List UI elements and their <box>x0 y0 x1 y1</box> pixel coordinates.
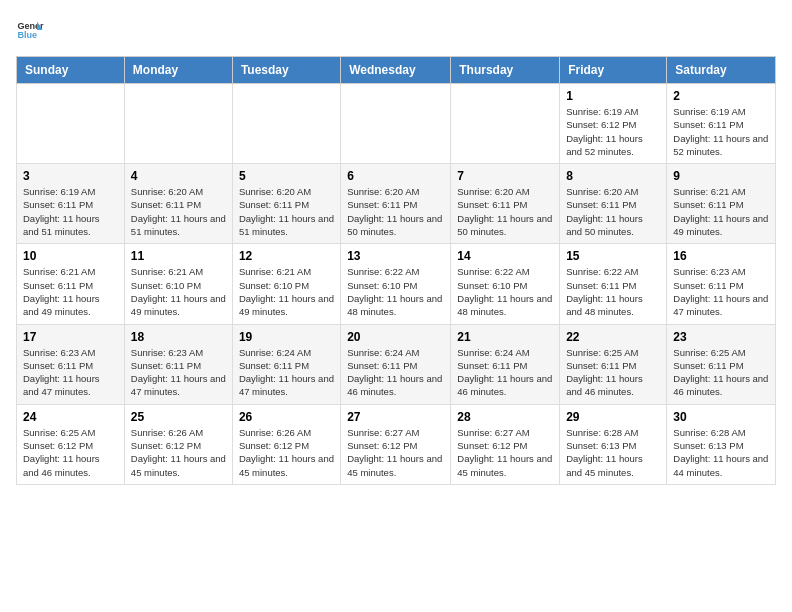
day-number: 10 <box>23 249 118 263</box>
day-cell: 29Sunrise: 6:28 AMSunset: 6:13 PMDayligh… <box>560 404 667 484</box>
week-row-1: 1Sunrise: 6:19 AMSunset: 6:12 PMDaylight… <box>17 84 776 164</box>
day-number: 27 <box>347 410 444 424</box>
day-info: Sunrise: 6:25 AMSunset: 6:11 PMDaylight:… <box>566 346 660 399</box>
day-cell: 24Sunrise: 6:25 AMSunset: 6:12 PMDayligh… <box>17 404 125 484</box>
day-info: Sunrise: 6:24 AMSunset: 6:11 PMDaylight:… <box>347 346 444 399</box>
header-monday: Monday <box>124 57 232 84</box>
day-number: 3 <box>23 169 118 183</box>
day-number: 28 <box>457 410 553 424</box>
day-info: Sunrise: 6:20 AMSunset: 6:11 PMDaylight:… <box>566 185 660 238</box>
header-thursday: Thursday <box>451 57 560 84</box>
day-info: Sunrise: 6:20 AMSunset: 6:11 PMDaylight:… <box>347 185 444 238</box>
day-cell: 11Sunrise: 6:21 AMSunset: 6:10 PMDayligh… <box>124 244 232 324</box>
day-info: Sunrise: 6:20 AMSunset: 6:11 PMDaylight:… <box>131 185 226 238</box>
day-cell: 18Sunrise: 6:23 AMSunset: 6:11 PMDayligh… <box>124 324 232 404</box>
header-friday: Friday <box>560 57 667 84</box>
day-number: 1 <box>566 89 660 103</box>
day-cell: 14Sunrise: 6:22 AMSunset: 6:10 PMDayligh… <box>451 244 560 324</box>
day-info: Sunrise: 6:22 AMSunset: 6:10 PMDaylight:… <box>347 265 444 318</box>
day-cell: 5Sunrise: 6:20 AMSunset: 6:11 PMDaylight… <box>232 164 340 244</box>
day-number: 23 <box>673 330 769 344</box>
day-number: 7 <box>457 169 553 183</box>
day-cell: 7Sunrise: 6:20 AMSunset: 6:11 PMDaylight… <box>451 164 560 244</box>
week-row-4: 17Sunrise: 6:23 AMSunset: 6:11 PMDayligh… <box>17 324 776 404</box>
week-row-3: 10Sunrise: 6:21 AMSunset: 6:11 PMDayligh… <box>17 244 776 324</box>
day-number: 21 <box>457 330 553 344</box>
day-cell <box>124 84 232 164</box>
day-cell: 4Sunrise: 6:20 AMSunset: 6:11 PMDaylight… <box>124 164 232 244</box>
day-number: 26 <box>239 410 334 424</box>
day-info: Sunrise: 6:28 AMSunset: 6:13 PMDaylight:… <box>566 426 660 479</box>
day-cell: 9Sunrise: 6:21 AMSunset: 6:11 PMDaylight… <box>667 164 776 244</box>
day-info: Sunrise: 6:24 AMSunset: 6:11 PMDaylight:… <box>457 346 553 399</box>
day-cell: 17Sunrise: 6:23 AMSunset: 6:11 PMDayligh… <box>17 324 125 404</box>
day-cell: 30Sunrise: 6:28 AMSunset: 6:13 PMDayligh… <box>667 404 776 484</box>
day-info: Sunrise: 6:24 AMSunset: 6:11 PMDaylight:… <box>239 346 334 399</box>
week-row-2: 3Sunrise: 6:19 AMSunset: 6:11 PMDaylight… <box>17 164 776 244</box>
day-number: 8 <box>566 169 660 183</box>
day-info: Sunrise: 6:28 AMSunset: 6:13 PMDaylight:… <box>673 426 769 479</box>
day-number: 22 <box>566 330 660 344</box>
day-cell: 20Sunrise: 6:24 AMSunset: 6:11 PMDayligh… <box>341 324 451 404</box>
day-info: Sunrise: 6:23 AMSunset: 6:11 PMDaylight:… <box>673 265 769 318</box>
day-number: 29 <box>566 410 660 424</box>
day-info: Sunrise: 6:22 AMSunset: 6:11 PMDaylight:… <box>566 265 660 318</box>
day-cell <box>451 84 560 164</box>
header-sunday: Sunday <box>17 57 125 84</box>
day-number: 18 <box>131 330 226 344</box>
day-cell: 26Sunrise: 6:26 AMSunset: 6:12 PMDayligh… <box>232 404 340 484</box>
day-number: 17 <box>23 330 118 344</box>
day-cell: 1Sunrise: 6:19 AMSunset: 6:12 PMDaylight… <box>560 84 667 164</box>
day-cell: 21Sunrise: 6:24 AMSunset: 6:11 PMDayligh… <box>451 324 560 404</box>
day-cell: 15Sunrise: 6:22 AMSunset: 6:11 PMDayligh… <box>560 244 667 324</box>
day-cell: 12Sunrise: 6:21 AMSunset: 6:10 PMDayligh… <box>232 244 340 324</box>
day-cell: 25Sunrise: 6:26 AMSunset: 6:12 PMDayligh… <box>124 404 232 484</box>
day-info: Sunrise: 6:21 AMSunset: 6:10 PMDaylight:… <box>131 265 226 318</box>
day-number: 6 <box>347 169 444 183</box>
day-info: Sunrise: 6:27 AMSunset: 6:12 PMDaylight:… <box>457 426 553 479</box>
svg-text:Blue: Blue <box>17 30 37 40</box>
day-info: Sunrise: 6:25 AMSunset: 6:11 PMDaylight:… <box>673 346 769 399</box>
day-info: Sunrise: 6:23 AMSunset: 6:11 PMDaylight:… <box>23 346 118 399</box>
day-cell: 16Sunrise: 6:23 AMSunset: 6:11 PMDayligh… <box>667 244 776 324</box>
day-number: 24 <box>23 410 118 424</box>
day-cell: 8Sunrise: 6:20 AMSunset: 6:11 PMDaylight… <box>560 164 667 244</box>
day-info: Sunrise: 6:19 AMSunset: 6:11 PMDaylight:… <box>673 105 769 158</box>
day-cell: 13Sunrise: 6:22 AMSunset: 6:10 PMDayligh… <box>341 244 451 324</box>
day-number: 15 <box>566 249 660 263</box>
day-cell: 19Sunrise: 6:24 AMSunset: 6:11 PMDayligh… <box>232 324 340 404</box>
calendar-table: SundayMondayTuesdayWednesdayThursdayFrid… <box>16 56 776 485</box>
header-tuesday: Tuesday <box>232 57 340 84</box>
day-cell: 2Sunrise: 6:19 AMSunset: 6:11 PMDaylight… <box>667 84 776 164</box>
day-cell: 6Sunrise: 6:20 AMSunset: 6:11 PMDaylight… <box>341 164 451 244</box>
day-cell <box>232 84 340 164</box>
day-number: 11 <box>131 249 226 263</box>
header-saturday: Saturday <box>667 57 776 84</box>
day-info: Sunrise: 6:22 AMSunset: 6:10 PMDaylight:… <box>457 265 553 318</box>
day-info: Sunrise: 6:26 AMSunset: 6:12 PMDaylight:… <box>239 426 334 479</box>
day-cell: 10Sunrise: 6:21 AMSunset: 6:11 PMDayligh… <box>17 244 125 324</box>
day-info: Sunrise: 6:26 AMSunset: 6:12 PMDaylight:… <box>131 426 226 479</box>
day-number: 5 <box>239 169 334 183</box>
day-number: 14 <box>457 249 553 263</box>
day-number: 12 <box>239 249 334 263</box>
day-number: 16 <box>673 249 769 263</box>
day-number: 20 <box>347 330 444 344</box>
week-row-5: 24Sunrise: 6:25 AMSunset: 6:12 PMDayligh… <box>17 404 776 484</box>
day-number: 25 <box>131 410 226 424</box>
calendar-header-row: SundayMondayTuesdayWednesdayThursdayFrid… <box>17 57 776 84</box>
day-cell <box>341 84 451 164</box>
day-number: 2 <box>673 89 769 103</box>
day-info: Sunrise: 6:23 AMSunset: 6:11 PMDaylight:… <box>131 346 226 399</box>
page-header: General Blue <box>16 16 776 44</box>
day-info: Sunrise: 6:19 AMSunset: 6:12 PMDaylight:… <box>566 105 660 158</box>
header-wednesday: Wednesday <box>341 57 451 84</box>
day-info: Sunrise: 6:21 AMSunset: 6:11 PMDaylight:… <box>673 185 769 238</box>
day-info: Sunrise: 6:21 AMSunset: 6:11 PMDaylight:… <box>23 265 118 318</box>
day-info: Sunrise: 6:27 AMSunset: 6:12 PMDaylight:… <box>347 426 444 479</box>
day-number: 19 <box>239 330 334 344</box>
day-number: 30 <box>673 410 769 424</box>
day-cell <box>17 84 125 164</box>
day-cell: 28Sunrise: 6:27 AMSunset: 6:12 PMDayligh… <box>451 404 560 484</box>
day-cell: 23Sunrise: 6:25 AMSunset: 6:11 PMDayligh… <box>667 324 776 404</box>
